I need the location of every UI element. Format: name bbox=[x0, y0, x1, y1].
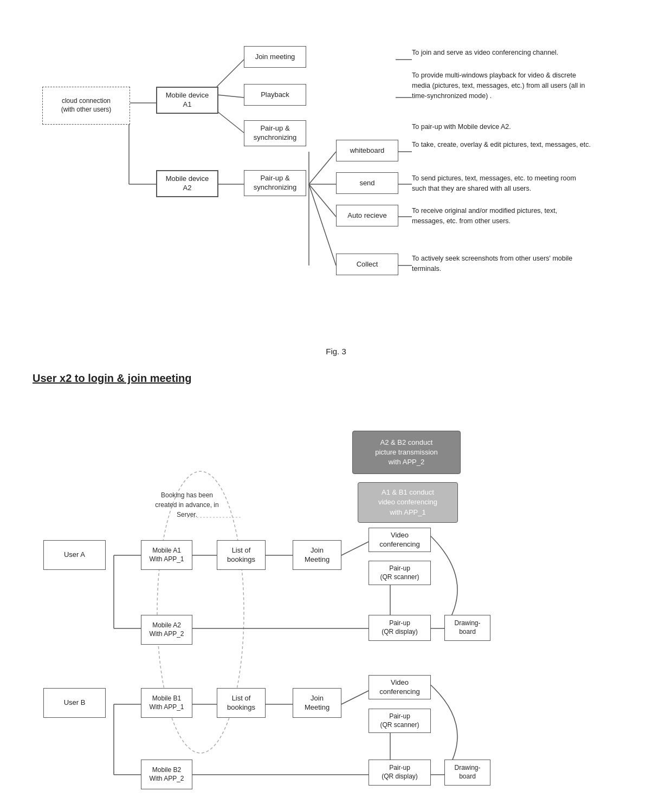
video-conf-b: Video conferencing bbox=[369, 675, 431, 699]
mobile-a1-fig4: Mobile A1 With APP_1 bbox=[141, 540, 192, 570]
playback-box: Playback bbox=[244, 84, 306, 106]
fig4-title: User x2 to login & join meeting bbox=[33, 372, 639, 385]
banner-middle: A1 & B1 conduct video conferencing with … bbox=[358, 482, 458, 523]
join-meeting-b: Join Meeting bbox=[293, 688, 341, 718]
drawingboard-a: Drawing- board bbox=[444, 615, 490, 641]
list-bookings-a: List of bookings bbox=[217, 540, 266, 570]
join-meeting-box: Join meeting bbox=[244, 46, 306, 68]
mobile-b1-fig4: Mobile B1 With APP_1 bbox=[141, 688, 192, 718]
mobile-a2-box: Mobile device A2 bbox=[156, 170, 218, 197]
user-b-box: User B bbox=[43, 688, 106, 718]
svg-line-3 bbox=[217, 60, 244, 87]
desc-whiteboard: To take, create, overlay & edit pictures… bbox=[412, 140, 591, 150]
desc-collect: To actively seek screenshots from other … bbox=[412, 254, 591, 274]
desc-send: To send pictures, text, messages, etc. t… bbox=[412, 173, 591, 194]
svg-line-8 bbox=[309, 152, 336, 184]
join-meeting-a: Join Meeting bbox=[293, 540, 341, 570]
user-a-box: User A bbox=[43, 540, 106, 570]
desc-receive: To receive original and/or modified pict… bbox=[412, 206, 591, 226]
page: cloud connection (with other users) Mobi… bbox=[0, 0, 672, 811]
mobile-a2-fig4: Mobile A2 With APP_2 bbox=[141, 615, 192, 645]
pairup-sync2-box: Pair-up & synchronizing bbox=[244, 170, 306, 196]
pairup-qr-disp-a: Pair-up (QR display) bbox=[369, 615, 431, 641]
pairup-sync1-box: Pair-up & synchronizing bbox=[244, 120, 306, 146]
auto-receive-box: Auto recieve bbox=[336, 205, 398, 226]
cloud-box: cloud connection (with other users) bbox=[42, 87, 130, 125]
svg-line-34 bbox=[341, 691, 369, 704]
mobile-a1-box: Mobile device A1 bbox=[156, 87, 218, 114]
whiteboard-box: whiteboard bbox=[336, 140, 398, 161]
desc-join: To join and serve as video conferencing … bbox=[412, 48, 591, 58]
pairup-qr-scan-b: Pair-up (QR scanner) bbox=[369, 709, 431, 733]
list-bookings-b: List of bookings bbox=[217, 688, 266, 718]
send-box: send bbox=[336, 172, 398, 194]
fig4-diagram: Booking has been created in advance, in … bbox=[33, 395, 639, 811]
fig4-connectors bbox=[33, 395, 639, 811]
svg-line-5 bbox=[217, 111, 244, 133]
fig3-diagram: cloud connection (with other users) Mobi… bbox=[33, 16, 639, 341]
mobile-b2-fig4: Mobile B2 With APP_2 bbox=[141, 760, 192, 789]
svg-line-4 bbox=[217, 95, 244, 98]
desc-pairup: To pair-up with Mobile device A2. bbox=[412, 122, 591, 132]
svg-line-11 bbox=[309, 184, 336, 265]
pairup-qr-disp-b: Pair-up (QR display) bbox=[369, 760, 431, 786]
collect-box: Collect bbox=[336, 254, 398, 275]
drawingboard-b: Drawing- board bbox=[444, 760, 490, 786]
video-conf-a: Video conferencing bbox=[369, 528, 431, 552]
fig3-caption: Fig. 3 bbox=[33, 347, 639, 356]
booking-note: Booking has been created in advance, in … bbox=[152, 490, 222, 520]
banner-top: A2 & B2 conduct picture transmission wit… bbox=[352, 431, 461, 474]
pairup-qr-scan-a: Pair-up (QR scanner) bbox=[369, 561, 431, 585]
fig4-section: User x2 to login & join meeting bbox=[33, 372, 639, 811]
svg-line-10 bbox=[309, 184, 336, 217]
svg-line-25 bbox=[341, 542, 369, 555]
desc-playback: To provide multi-windows playback for vi… bbox=[412, 70, 591, 101]
